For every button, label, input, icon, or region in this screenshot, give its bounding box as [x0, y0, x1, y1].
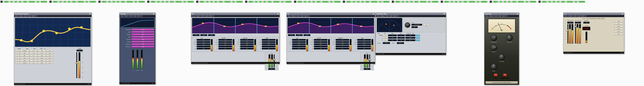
- band-attack-value[interactable]: 5: [240, 46, 254, 47]
- insert-bypass-button[interactable]: [254, 1, 255, 2]
- insert-plugin-button[interactable]: Tap 2: [170, 1, 174, 2]
- band-thresh-value[interactable]: -24.0: [292, 43, 306, 45]
- toolbar-button[interactable]: A->B: [385, 15, 389, 17]
- insert-bypass-button[interactable]: [551, 1, 552, 2]
- insert-bypass-button[interactable]: [573, 1, 574, 2]
- close-icon[interactable]: ×: [372, 13, 374, 15]
- insert-bypass-button[interactable]: [35, 1, 36, 2]
- insert-plugin-button[interactable]: REQ 6: [298, 1, 302, 2]
- band-number-button[interactable]: 2: [15, 52, 20, 54]
- band-gain-value[interactable]: +0.5: [357, 39, 371, 41]
- band-range-value[interactable]: -6.0: [240, 41, 254, 43]
- tap-delay-value[interactable]: 0.0: [405, 34, 416, 36]
- insert-bypass-button[interactable]: [18, 1, 18, 2]
- insert-bypass-button[interactable]: [186, 1, 187, 2]
- band-release-value[interactable]: 60: [336, 48, 349, 50]
- band-type-button[interactable]: Bell: [20, 52, 29, 54]
- multiband-graph[interactable]: [288, 18, 374, 34]
- toolbar-button[interactable]: ?: [35, 15, 37, 17]
- toolbar-button[interactable]: A->B: [24, 15, 27, 17]
- insert-bypass-button[interactable]: [137, 1, 138, 2]
- band-gain-value[interactable]: +0.5: [262, 39, 276, 41]
- band-q-value[interactable]: 0.90: [46, 57, 53, 59]
- band-freq-value[interactable]: 620: [38, 55, 46, 57]
- insert-plugin-button[interactable]: Tap 2: [121, 1, 125, 2]
- insert-plugin-button[interactable]: C4: [455, 1, 457, 2]
- insert-bypass-button[interactable]: [125, 1, 126, 2]
- insert-bypass-button[interactable]: [468, 1, 469, 2]
- toolbar-button[interactable]: A->B: [129, 15, 133, 17]
- insert-plugin-button[interactable]: MaxxBass: [383, 1, 390, 2]
- insert-bypass-button[interactable]: [578, 1, 578, 2]
- close-icon[interactable]: ×: [277, 13, 279, 15]
- insert-plugin-button[interactable]: C1: [304, 1, 306, 2]
- insert-plugin-button[interactable]: C4: [68, 1, 70, 2]
- insert-plugin-button[interactable]: C1: [402, 1, 404, 2]
- insert-plugin-button[interactable]: C1: [255, 1, 258, 2]
- toolbar-button[interactable]: Load: [133, 15, 136, 17]
- insert-plugin-button[interactable]: C4: [459, 1, 462, 2]
- insert-bypass-button[interactable]: [262, 1, 263, 2]
- band-range-value[interactable]: -6.0: [336, 41, 349, 43]
- insert-plugin-button[interactable]: REQ 6: [494, 1, 498, 2]
- insert-bypass-button[interactable]: [70, 1, 72, 2]
- insert-bypass-button[interactable]: [182, 1, 183, 2]
- band-gain-value[interactable]: +2.4: [30, 50, 37, 52]
- insert-bypass-button[interactable]: [516, 1, 518, 2]
- title-bar[interactable]: C4 ×: [191, 13, 280, 15]
- insert-plugin-button[interactable]: C1: [157, 1, 160, 2]
- insert-bypass-button[interactable]: [449, 1, 450, 2]
- channel-icon[interactable]: [0, 1, 2, 3]
- insert-bypass-button[interactable]: [235, 1, 236, 2]
- tap-rotate-value[interactable]: 0: [397, 34, 405, 36]
- band-type-button[interactable]: Bell: [20, 57, 29, 59]
- insert-bypass-button[interactable]: [84, 1, 85, 2]
- band-release-value[interactable]: 120: [197, 48, 210, 50]
- insert-bypass-button[interactable]: [213, 1, 214, 2]
- insert-plugin-button[interactable]: SSLComp: [567, 1, 573, 2]
- insert-bypass-button[interactable]: [111, 1, 112, 2]
- insert-plugin-button[interactable]: C1: [548, 1, 551, 2]
- insert-bypass-button[interactable]: [370, 1, 371, 2]
- insert-plugin-button[interactable]: SSLComp: [176, 1, 182, 2]
- toolbar-button[interactable]: Setup A: [291, 15, 296, 17]
- channel-icon[interactable]: [98, 1, 100, 3]
- toolbar-button[interactable]: Save: [137, 15, 140, 17]
- insert-bypass-button[interactable]: [62, 1, 63, 2]
- param-value-button[interactable]: -40.0: [132, 43, 154, 45]
- band-range-value[interactable]: -6.0: [262, 41, 276, 43]
- tap-on-button[interactable]: On: [383, 39, 388, 41]
- param-value-button[interactable]: -18.0: [132, 38, 154, 40]
- insert-bypass-button[interactable]: [115, 1, 116, 2]
- tempo-knob[interactable]: [405, 22, 410, 28]
- insert-bypass-button[interactable]: [168, 1, 170, 2]
- title-bar[interactable]: C1 comp ×: [120, 13, 155, 15]
- title-bar[interactable]: C4 ×: [287, 13, 375, 15]
- insert-plugin-button[interactable]: REQ 6: [346, 1, 351, 2]
- rotary-knob[interactable]: [490, 64, 497, 70]
- insert-bypass-button[interactable]: [356, 1, 357, 2]
- insert-bypass-button[interactable]: [311, 1, 312, 2]
- title-bar[interactable]: SSLComp ×: [484, 13, 519, 15]
- insert-bypass-button[interactable]: [345, 1, 346, 2]
- toolbar-button[interactable]: Save: [581, 15, 584, 17]
- insert-plugin-button[interactable]: C4: [19, 1, 22, 2]
- insert-plugin-button[interactable]: MaxxBass: [481, 1, 487, 2]
- band-release-value[interactable]: 120: [292, 48, 306, 50]
- channel-icon[interactable]: [441, 1, 443, 3]
- master-fader-thumb[interactable]: [273, 59, 276, 60]
- rotary-knob[interactable]: [490, 44, 497, 51]
- insert-plugin-button[interactable]: L2: [526, 1, 528, 2]
- band-gain-value[interactable]: -1.8: [30, 52, 37, 54]
- insert-bypass-button[interactable]: [40, 1, 40, 2]
- band-thresh-value[interactable]: -28.0: [336, 43, 349, 45]
- master-value[interactable]: 0.0: [268, 68, 275, 70]
- insert-bypass-button[interactable]: [329, 1, 330, 2]
- toolbar-button[interactable]: Load: [389, 15, 393, 17]
- rotary-knob[interactable]: [490, 35, 497, 41]
- toolbar-button[interactable]: Undo: [120, 15, 124, 17]
- insert-bypass-button[interactable]: [404, 1, 406, 2]
- toolbar-button[interactable]: Load: [498, 15, 502, 17]
- band-type-button[interactable]: LoShelf: [20, 50, 29, 52]
- tap-rotate-value[interactable]: 18: [397, 39, 405, 41]
